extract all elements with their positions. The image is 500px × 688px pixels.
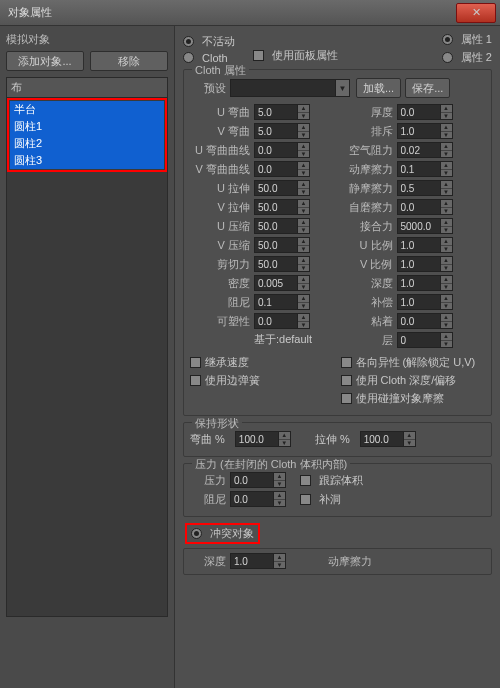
dynf-spinner[interactable]: ▲▼ [397,161,453,177]
checkbox-icon [300,494,311,505]
uscl-spinner[interactable]: ▲▼ [397,237,453,253]
window-title: 对象属性 [0,5,52,20]
bottom-group: 深度▲▼ 动摩擦力 [183,548,492,575]
prop2-radio[interactable]: 属性 2 [442,50,492,65]
sim-objects-label: 模拟对象 [6,32,168,47]
ustr-spinner[interactable]: ▲▼ [254,180,310,196]
repel-spinner[interactable]: ▲▼ [397,123,453,139]
list-header: 布 [7,78,167,98]
thick-spinner[interactable]: ▲▼ [397,104,453,120]
radio-icon [183,52,194,63]
params-grid: U 弯曲▲▼ V 弯曲▲▼ U 弯曲曲线▲▼ V 弯曲曲线▲▼ U 拉伸▲▼ V… [190,104,485,351]
radio-icon [442,52,453,63]
checkbox-icon [190,357,201,368]
vstr-spinner[interactable]: ▲▼ [254,199,310,215]
track-check[interactable]: 跟踪体积 [300,473,363,488]
inactive-radio[interactable]: 不活动 [183,34,235,49]
ucomp-spinner[interactable]: ▲▼ [254,218,310,234]
statf-spinner[interactable]: ▲▼ [397,180,453,196]
save-button[interactable]: 保存... [405,78,450,98]
right-panel: 不活动 Cloth 使用面板属性 属性 1 属性 2 Cloth 属性 预设 ▼… [175,26,500,688]
keep-legend: 保持形状 [192,416,242,431]
vcomp-spinner[interactable]: ▲▼ [254,237,310,253]
main-area: 模拟对象 添加对象... 移除 布 半台 圆柱1 圆柱2 圆柱3 不活动 Clo… [0,26,500,688]
checkbox-icon [341,393,352,404]
checkbox-icon [341,357,352,368]
clothdepth-check[interactable]: 使用 Cloth 深度/偏移 [341,373,486,388]
plast-spinner[interactable]: ▲▼ [254,313,310,329]
prop1-radio[interactable]: 属性 1 [442,32,492,47]
cling-spinner[interactable]: ▲▼ [397,313,453,329]
ubendc-spinner[interactable]: ▲▼ [254,142,310,158]
object-list[interactable]: 布 半台 圆柱1 圆柱2 圆柱3 [6,77,168,617]
press-spinner[interactable]: ▲▼ [230,472,286,488]
collision-radio[interactable]: 冲突对象 [191,526,254,541]
collision-radio-highlight: 冲突对象 [185,523,260,544]
bottom-depth-spinner[interactable]: ▲▼ [230,553,286,569]
inherit-check[interactable]: 继承速度 [190,355,335,370]
selff-spinner[interactable]: ▲▼ [397,199,453,215]
checkbox-icon [300,475,311,486]
layer-spinner[interactable]: ▲▼ [397,332,453,348]
preset-combo[interactable]: ▼ [230,79,350,97]
aniso-check[interactable]: 各向异性 (解除锁定 U,V) [341,355,486,370]
radio-icon [191,528,202,539]
cloth-radio[interactable]: Cloth [183,52,235,64]
left-panel: 模拟对象 添加对象... 移除 布 半台 圆柱1 圆柱2 圆柱3 [0,26,175,688]
depth-spinner[interactable]: ▲▼ [397,275,453,291]
damp-spinner[interactable]: ▲▼ [254,294,310,310]
vscl-spinner[interactable]: ▲▼ [397,256,453,272]
preset-label: 预设 [190,81,230,96]
air-spinner[interactable]: ▲▼ [397,142,453,158]
patch-check[interactable]: 补洞 [300,492,341,507]
keep-bend-spinner[interactable]: ▲▼ [235,431,291,447]
radio-icon [183,36,194,47]
radio-icon [442,34,453,45]
checkbox-icon [341,375,352,386]
list-item[interactable]: 半台 [10,101,164,118]
close-button[interactable]: ✕ [456,3,496,23]
load-button[interactable]: 加载... [356,78,401,98]
list-item[interactable]: 圆柱1 [10,118,164,135]
checkbox-icon [253,50,264,61]
list-item[interactable]: 圆柱3 [10,152,164,169]
use-panel-check[interactable]: 使用面板属性 [253,48,338,63]
edgespr-check[interactable]: 使用边弹簧 [190,373,335,388]
shear-spinner[interactable]: ▲▼ [254,256,310,272]
press-legend: 压力 (在封闭的 Cloth 体积内部) [192,457,350,472]
add-object-button[interactable]: 添加对象... [6,51,84,71]
offset-spinner[interactable]: ▲▼ [397,294,453,310]
keep-str-spinner[interactable]: ▲▼ [360,431,416,447]
close-icon: ✕ [472,6,481,19]
chevron-down-icon: ▼ [335,80,349,96]
titlebar: 对象属性 ✕ [0,0,500,26]
vbendc-spinner[interactable]: ▲▼ [254,161,310,177]
top-radios: 不活动 Cloth 使用面板属性 属性 1 属性 2 [183,32,492,65]
keep-shape-group: 保持形状 弯曲 % ▲▼ 拉伸 % ▲▼ [183,422,492,457]
selection-highlight: 半台 圆柱1 圆柱2 圆柱3 [7,98,167,172]
cloth-props-group: Cloth 属性 预设 ▼ 加载... 保存... U 弯曲▲▼ V 弯曲▲▼ … [183,69,492,416]
checkbox-icon [190,375,201,386]
seam-spinner[interactable]: ▲▼ [397,218,453,234]
pressure-group: 压力 (在封闭的 Cloth 体积内部) 压力▲▼ 跟踪体积 阻尼▲▼ 补洞 [183,463,492,517]
based-label: 基于:default [254,332,312,347]
list-item[interactable]: 圆柱2 [10,135,164,152]
collfric-check[interactable]: 使用碰撞对象摩擦 [341,391,486,406]
cloth-legend: Cloth 属性 [192,63,249,78]
remove-button[interactable]: 移除 [90,51,168,71]
press-damp-spinner[interactable]: ▲▼ [230,491,286,507]
ubend-spinner[interactable]: ▲▼ [254,104,310,120]
density-spinner[interactable]: ▲▼ [254,275,310,291]
vbend-spinner[interactable]: ▲▼ [254,123,310,139]
